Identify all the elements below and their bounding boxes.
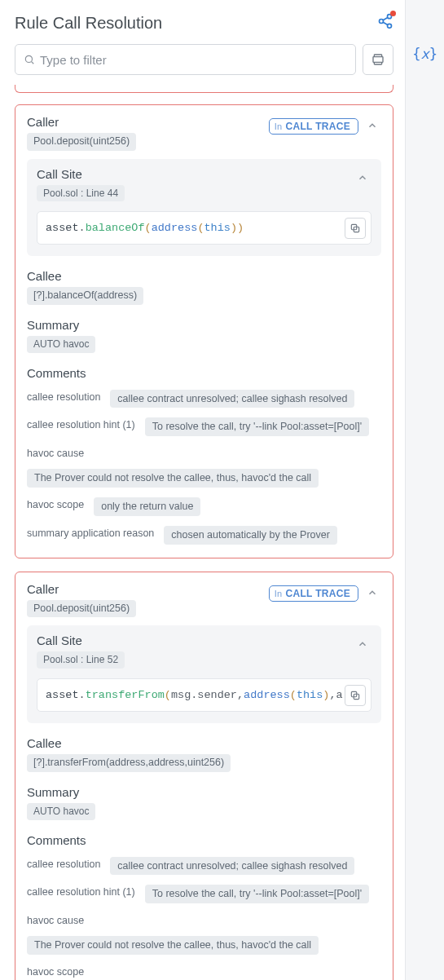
chevron-up-icon: [357, 172, 368, 183]
comment-value: callee contract unresolved; callee sigha…: [110, 390, 354, 408]
filter-input[interactable]: [40, 53, 347, 67]
copy-code-button[interactable]: [345, 218, 366, 239]
collapse-callsite-button[interactable]: [354, 169, 371, 190]
comment-label: havoc cause: [27, 913, 84, 926]
caller-label: Caller: [27, 115, 261, 129]
callee-value: [?].balanceOf(address): [27, 287, 143, 305]
resolution-card: Caller Pool.deposit(uint256) InCALL TRAC…: [15, 572, 393, 980]
comment-value: The Prover could not resolve the callee,…: [27, 936, 319, 955]
copy-icon: [349, 690, 361, 701]
callsite-subcard: Call Site Pool.sol : Line 52 asset.trans…: [27, 625, 381, 723]
svg-point-1: [380, 20, 384, 24]
filter-row: [15, 44, 393, 75]
copy-icon: [349, 223, 361, 234]
summary-value: AUTO havoc: [27, 803, 95, 820]
callsite-file: Pool.sol : Line 52: [37, 651, 125, 669]
summary-label: Summary: [27, 318, 381, 332]
callsite-subcard: Call Site Pool.sol : Line 44 asset.balan…: [27, 159, 381, 257]
collapse-card-button[interactable]: [363, 117, 381, 138]
page-title: Rule Call Resolution: [15, 14, 162, 33]
svg-point-5: [25, 55, 32, 62]
summary-value: AUTO havoc: [27, 336, 95, 353]
code-snippet: asset.transferFrom(msg.sender,address(th…: [37, 678, 371, 712]
main-panel: Rule Call Resolution Caller Pool.deposit…: [0, 0, 405, 980]
callsite-file: Pool.sol : Line 44: [37, 185, 125, 202]
svg-point-2: [388, 24, 392, 28]
callee-label: Callee: [27, 736, 381, 750]
code-snippet: asset.balanceOf(address(this)): [37, 211, 371, 245]
search-icon: [24, 54, 35, 65]
comment-value: To resolve the call, try '--link Pool:as…: [145, 417, 369, 436]
comment-value: The Prover could not resolve the callee,…: [27, 469, 319, 488]
chevron-up-icon: [367, 120, 378, 131]
callsite-label: Call Site: [37, 167, 125, 181]
expand-collapse-button[interactable]: [363, 44, 393, 75]
caller-label: Caller: [27, 582, 261, 596]
comment-label: callee resolution: [27, 857, 100, 870]
comment-label: callee resolution hint (1): [27, 417, 135, 430]
partial-card-edge: [15, 85, 393, 93]
calltrace-badge[interactable]: InCALL TRACE: [269, 585, 358, 602]
comment-label: callee resolution hint (1): [27, 885, 135, 898]
comment-label: havoc scope: [27, 497, 84, 510]
share-button[interactable]: [377, 13, 393, 33]
calltrace-badge[interactable]: InCALL TRACE: [269, 118, 358, 135]
svg-line-3: [383, 17, 388, 20]
resolution-card: Caller Pool.deposit(uint256) InCALL TRAC…: [15, 104, 393, 558]
callsite-label: Call Site: [37, 633, 125, 647]
comment-label: summary application reason: [27, 526, 154, 539]
comments-label: Comments: [27, 366, 381, 380]
caller-value: Pool.deposit(uint256): [27, 133, 136, 151]
comment-value: only the return value: [94, 497, 200, 516]
svg-rect-8: [373, 57, 383, 63]
comment-label: havoc cause: [27, 446, 84, 459]
svg-line-4: [383, 22, 388, 24]
side-panel: {x}: [405, 0, 444, 980]
collapse-callsite-button[interactable]: [354, 635, 371, 656]
variables-tab[interactable]: {x}: [412, 46, 437, 62]
collapse-card-button[interactable]: [363, 584, 381, 605]
svg-line-6: [32, 62, 34, 64]
content-scroll[interactable]: Caller Pool.deposit(uint256) InCALL TRAC…: [15, 85, 393, 980]
comments-label: Comments: [27, 833, 381, 847]
copy-code-button[interactable]: [345, 685, 366, 706]
comment-label: havoc scope: [27, 965, 84, 978]
caller-value: Pool.deposit(uint256): [27, 600, 136, 618]
callee-label: Callee: [27, 269, 381, 283]
chevron-up-icon: [357, 638, 368, 650]
comment-label: callee resolution: [27, 390, 100, 403]
comment-value: chosen automatically by the Prover: [164, 526, 337, 545]
filter-input-wrap[interactable]: [15, 44, 356, 75]
header-row: Rule Call Resolution: [15, 13, 393, 33]
chevron-up-icon: [367, 587, 378, 598]
summary-label: Summary: [27, 785, 381, 799]
callee-value: [?].transferFrom(address,address,uint256…: [27, 754, 231, 772]
notification-dot-icon: [390, 11, 396, 16]
comment-value: To resolve the call, try '--link Pool:as…: [145, 885, 369, 903]
comment-value: callee contract unresolved; callee sigha…: [110, 857, 354, 876]
collapse-icon: [371, 53, 385, 66]
